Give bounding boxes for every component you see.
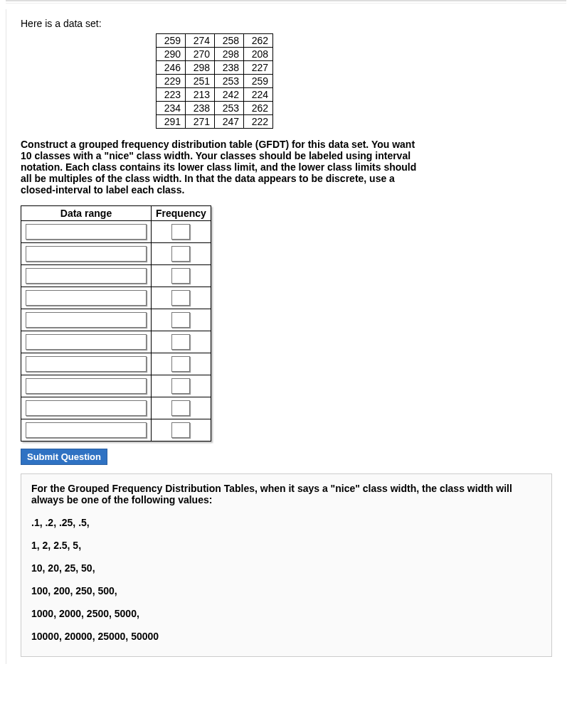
- gfdt-header-range: Data range: [21, 206, 152, 221]
- question-container: Here is a data set: 25927425826229027029…: [6, 9, 566, 664]
- hint-line: 1, 2, 2.5, 5,: [31, 540, 541, 551]
- dataset-cell: 238: [215, 61, 244, 75]
- hint-line: .1, .2, .25, .5,: [31, 517, 541, 528]
- gfdt-row: [21, 353, 211, 375]
- dataset-cell: 298: [215, 48, 244, 61]
- hint-line: 1000, 2000, 2500, 5000,: [31, 608, 541, 619]
- hint-lead: For the Grouped Frequency Distribution T…: [31, 483, 541, 505]
- frequency-input[interactable]: [171, 224, 190, 240]
- frequency-input[interactable]: [171, 290, 190, 306]
- frequency-input[interactable]: [171, 356, 190, 372]
- dataset-row: 223213242224: [157, 88, 273, 102]
- dataset-cell: 270: [186, 48, 215, 61]
- dataset-cell: 274: [186, 34, 215, 48]
- frequency-input[interactable]: [171, 400, 190, 416]
- dataset-cell: 234: [157, 102, 186, 115]
- dataset-cell: 222: [244, 115, 273, 129]
- gfdt-row: [21, 331, 211, 353]
- gfdt-header-freq: Frequency: [152, 206, 211, 221]
- frequency-input[interactable]: [171, 246, 190, 262]
- dataset-cell: 298: [186, 61, 215, 75]
- data-range-input[interactable]: [26, 334, 147, 350]
- data-range-input[interactable]: [26, 290, 147, 306]
- dataset-cell: 247: [215, 115, 244, 129]
- dataset-row: 259274258262: [157, 34, 273, 48]
- dataset-cell: 271: [186, 115, 215, 129]
- gfdt-table: Data range Frequency: [21, 205, 211, 441]
- frequency-input[interactable]: [171, 378, 190, 394]
- gfdt-row: [21, 375, 211, 397]
- hint-line: 100, 200, 250, 500,: [31, 585, 541, 596]
- dataset-cell: 253: [215, 75, 244, 88]
- hint-line: 10, 20, 25, 50,: [31, 562, 541, 574]
- submit-button[interactable]: Submit Question: [21, 449, 107, 465]
- intro-text: Here is a data set:: [21, 18, 552, 29]
- dataset-row: 229251253259: [157, 75, 273, 88]
- data-range-input[interactable]: [26, 224, 147, 240]
- gfdt-row: [21, 265, 211, 287]
- dataset-cell: 224: [244, 88, 273, 102]
- frequency-input[interactable]: [171, 312, 190, 328]
- dataset-cell: 262: [244, 102, 273, 115]
- gfdt-row: [21, 287, 211, 309]
- dataset-cell: 291: [157, 115, 186, 129]
- dataset-cell: 251: [186, 75, 215, 88]
- gfdt-row: [21, 309, 211, 331]
- dataset-cell: 227: [244, 61, 273, 75]
- gfdt-row: [21, 397, 211, 419]
- dataset-cell: 262: [244, 34, 273, 48]
- data-range-input[interactable]: [26, 378, 147, 394]
- data-range-input[interactable]: [26, 356, 147, 372]
- dataset-row: 246298238227: [157, 61, 273, 75]
- dataset-table: 2592742582622902702982082462982382272292…: [156, 33, 273, 129]
- hint-box: For the Grouped Frequency Distribution T…: [21, 473, 552, 657]
- dataset-cell: 259: [244, 75, 273, 88]
- gfdt-row: [21, 243, 211, 265]
- dataset-row: 290270298208: [157, 48, 273, 61]
- frequency-input[interactable]: [171, 268, 190, 284]
- dataset-cell: 229: [157, 75, 186, 88]
- frequency-input[interactable]: [171, 422, 190, 438]
- dataset-row: 291271247222: [157, 115, 273, 129]
- frequency-input[interactable]: [171, 334, 190, 350]
- dataset-cell: 223: [157, 88, 186, 102]
- dataset-cell: 290: [157, 48, 186, 61]
- dataset-cell: 253: [215, 102, 244, 115]
- dataset-cell: 208: [244, 48, 273, 61]
- question-prompt: Construct a grouped frequency distributi…: [21, 139, 419, 196]
- dataset-cell: 258: [215, 34, 244, 48]
- data-range-input[interactable]: [26, 422, 147, 438]
- dataset-cell: 259: [157, 34, 186, 48]
- hint-line: 10000, 20000, 25000, 50000: [31, 631, 541, 642]
- gfdt-row: [21, 419, 211, 441]
- dataset-cell: 242: [215, 88, 244, 102]
- gfdt-row: [21, 221, 211, 243]
- dataset-row: 234238253262: [157, 102, 273, 115]
- data-range-input[interactable]: [26, 400, 147, 416]
- dataset-cell: 246: [157, 61, 186, 75]
- data-range-input[interactable]: [26, 246, 147, 262]
- top-divider: [6, 0, 566, 4]
- data-range-input[interactable]: [26, 268, 147, 284]
- dataset-cell: 213: [186, 88, 215, 102]
- data-range-input[interactable]: [26, 312, 147, 328]
- dataset-cell: 238: [186, 102, 215, 115]
